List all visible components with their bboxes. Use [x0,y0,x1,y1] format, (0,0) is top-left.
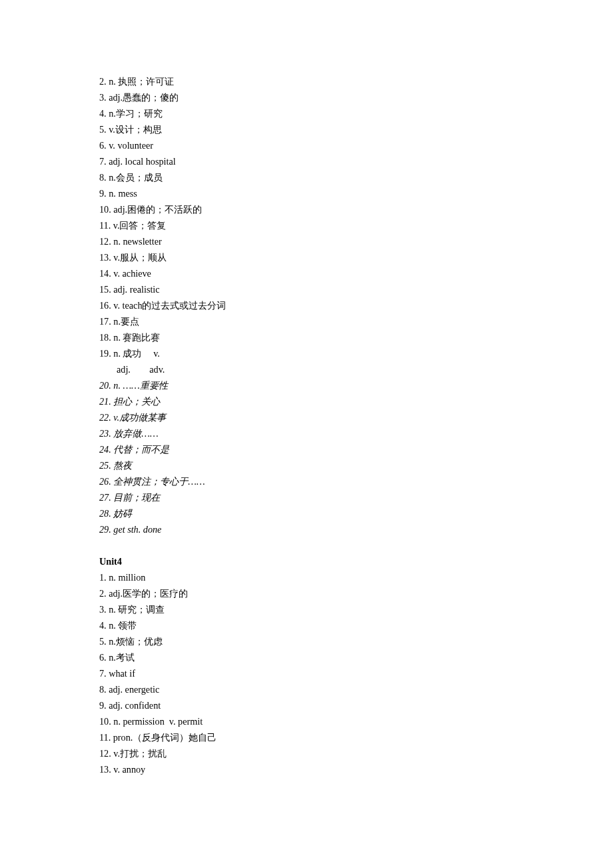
list-item: 2. n. 执照；许可证 [99,73,613,89]
list-item-continuation: adj. adv. [99,361,613,377]
document-page: 2. n. 执照；许可证 3. adj.愚蠢的；傻的 4. n.学习；研究 5.… [0,0,613,868]
list-item: 26. 全神贯注；专心于…… [99,473,613,489]
list-item: 7. adj. local hospital [99,153,613,169]
list-item: 5. n.烦恼；优虑 [99,633,613,649]
list-item: 4. n. 领带 [99,617,613,633]
list-item: 20. n. ……重要性 [99,377,613,393]
list-item: 3. adj.愚蠢的；傻的 [99,89,613,105]
list-item: 21. 担心；关心 [99,393,613,409]
list-item: 18. n. 赛跑比赛 [99,329,613,345]
list-item: 13. v.服从；顺从 [99,249,613,265]
list-item: 7. what if [99,665,613,681]
list-item: 11. v.回答；答复 [99,217,613,233]
list-item: 4. n.学习；研究 [99,105,613,121]
list-item: 10. adj.困倦的；不活跃的 [99,201,613,217]
list-item: 22. v.成功做某事 [99,409,613,425]
list-item: 11. pron.（反身代词）她自己 [99,729,613,745]
list-item: 8. n.会员；成员 [99,169,613,185]
list-item: 19. n. 成功 v. [99,345,613,361]
list-item: 29. get sth. done [99,521,613,537]
list-item: 27. 目前；现在 [99,489,613,505]
list-item: 6. v. volunteer [99,137,613,153]
list-item: 8. adj. energetic [99,681,613,697]
list-item: 2. adj.医学的；医疗的 [99,585,613,601]
list-item: 12. v.打扰；扰乱 [99,745,613,761]
list-item: 12. n. newsletter [99,233,613,249]
list-item: 3. n. 研究；调查 [99,601,613,617]
list-item: 9. n. mess [99,185,613,201]
list-item: 23. 放弃做…… [99,425,613,441]
list-item: 15. adj. realistic [99,281,613,297]
list-item: 16. v. teach的过去式或过去分词 [99,297,613,313]
list-item: 9. adj. confident [99,697,613,713]
list-item: 10. n. permission v. permit [99,713,613,729]
list-item: 25. 熬夜 [99,457,613,473]
list-item: 24. 代替；而不是 [99,441,613,457]
list-item: 28. 妨碍 [99,505,613,521]
unit-heading: Unit4 [99,553,613,569]
list-item: 1. n. million [99,569,613,585]
list-item: 13. v. annoy [99,761,613,777]
list-item: 5. v.设计；构思 [99,121,613,137]
list-item: 14. v. achieve [99,265,613,281]
list-item: 17. n.要点 [99,313,613,329]
list-item: 6. n.考试 [99,649,613,665]
